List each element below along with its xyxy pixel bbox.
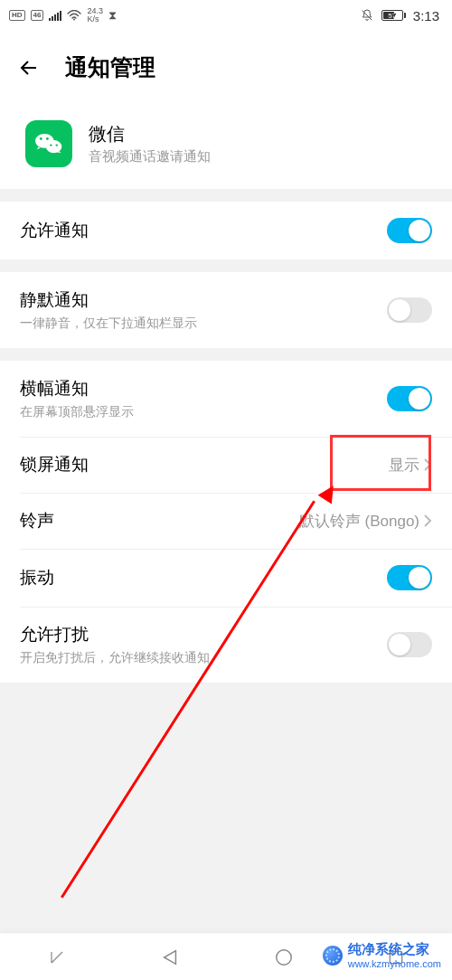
- app-channel: 音视频通话邀请通知: [89, 148, 211, 165]
- value: 显示: [389, 455, 419, 476]
- svg-point-3: [46, 140, 61, 153]
- status-right: 57 3:13: [360, 8, 439, 24]
- label: 横幅通知: [20, 377, 134, 400]
- signal-icon: [49, 10, 61, 21]
- label: 允许打扰: [20, 623, 210, 646]
- page-title: 通知管理: [65, 52, 155, 82]
- label: 静默通知: [20, 288, 197, 312]
- back-button[interactable]: [16, 55, 42, 80]
- row-allow-disturb[interactable]: 允许打扰 开启免打扰后，允许继续接收通知: [0, 607, 452, 683]
- row-banner-notifications[interactable]: 横幅通知 在屏幕顶部悬浮显示: [0, 361, 452, 437]
- chevron-right-icon: [423, 457, 432, 472]
- value: 默认铃声 (Bongo): [299, 511, 419, 532]
- watermark-name: 纯净系统之家: [348, 941, 429, 956]
- page-header: 通知管理: [0, 31, 452, 106]
- wifi-icon: [67, 10, 81, 21]
- toggle-vibrate[interactable]: [387, 565, 432, 590]
- nav-home-button[interactable]: [274, 947, 294, 967]
- label: 锁屏通知: [20, 453, 89, 476]
- app-name: 微信: [89, 122, 211, 146]
- app-info-row: 微信 音视频通话邀请通知: [0, 106, 452, 189]
- status-time: 3:13: [413, 8, 439, 24]
- watermark: 纯净系统之家 www.kzmyhome.com: [323, 941, 441, 969]
- row-vibrate[interactable]: 振动: [0, 549, 452, 607]
- row-allow-notifications[interactable]: 允许通知: [0, 202, 452, 259]
- description: 在屏幕顶部悬浮显示: [20, 404, 134, 420]
- svg-point-5: [46, 137, 49, 140]
- label: 铃声: [20, 509, 54, 532]
- battery-icon: 57: [381, 10, 406, 21]
- svg-point-6: [50, 144, 52, 146]
- hd-badge: HD: [9, 10, 25, 21]
- svg-point-7: [56, 144, 58, 146]
- network-speed: 24.3 K/s: [87, 7, 103, 24]
- row-ringtone[interactable]: 铃声 默认铃声 (Bongo): [0, 493, 452, 549]
- toggle-allow-disturb[interactable]: [387, 632, 432, 657]
- label: 振动: [20, 566, 54, 589]
- description: 一律静音，仅在下拉通知栏显示: [20, 316, 197, 332]
- bell-off-icon: [360, 8, 374, 23]
- toggle-banner-notifications[interactable]: [387, 386, 432, 411]
- nav-back-button[interactable]: [160, 947, 180, 967]
- watermark-url: www.kzmyhome.com: [348, 958, 441, 969]
- toggle-allow-notifications[interactable]: [387, 218, 432, 243]
- net-badge: 46: [31, 10, 44, 21]
- toggle-silent-notifications[interactable]: [387, 297, 432, 323]
- nav-overview-button[interactable]: [47, 949, 67, 966]
- group-silent: 静默通知 一律静音，仅在下拉通知栏显示: [0, 272, 452, 348]
- description: 开启免打扰后，允许继续接收通知: [20, 650, 210, 666]
- watermark-logo-icon: [323, 946, 343, 966]
- label: 允许通知: [20, 219, 89, 242]
- row-lockscreen-notifications[interactable]: 锁屏通知 显示: [0, 437, 452, 493]
- group-settings: 横幅通知 在屏幕顶部悬浮显示 锁屏通知 显示 铃声 默认铃声 (Bongo) 振…: [0, 361, 452, 683]
- svg-point-4: [40, 137, 42, 140]
- group-allow: 允许通知: [0, 202, 452, 259]
- svg-point-8: [277, 949, 292, 965]
- svg-point-0: [73, 19, 75, 21]
- chevron-right-icon: [423, 514, 432, 528]
- hourglass-icon: ⧗: [108, 8, 117, 23]
- status-left: HD 46 24.3 K/s ⧗: [9, 7, 117, 24]
- wechat-icon: [25, 120, 72, 167]
- row-silent-notifications[interactable]: 静默通知 一律静音，仅在下拉通知栏显示: [0, 272, 452, 348]
- status-bar: HD 46 24.3 K/s ⧗ 57 3:13: [0, 0, 452, 31]
